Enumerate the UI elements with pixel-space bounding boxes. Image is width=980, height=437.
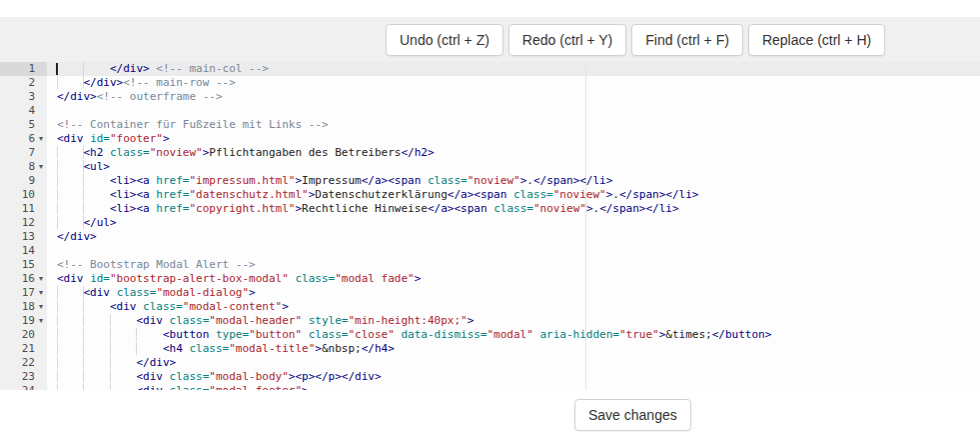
code-token-com: <!-- Bootstrap Modal Alert --> (57, 258, 256, 271)
code-token-tag: <div (57, 272, 90, 285)
code-token-attr: type= (216, 328, 249, 341)
code-token-attr: href= (156, 188, 189, 201)
code-token-str: "modal-title" (229, 342, 315, 355)
gutter-cell: 9 (0, 174, 47, 188)
fold-toggle-icon[interactable]: ▾ (35, 272, 47, 286)
code-line[interactable] (47, 244, 980, 258)
code-line[interactable]: <li><a href="copyright.html">Rechtliche … (47, 202, 980, 216)
code-token-tag: </span></li> (533, 174, 612, 187)
code-token-tag: <li><a (110, 174, 156, 187)
code-token-attr: id= (90, 132, 110, 145)
line-number: 11 (0, 202, 35, 216)
line-number: 6 (0, 132, 35, 146)
code-token-tag: </span></li> (619, 188, 698, 201)
code-token-tag: </div> (57, 90, 97, 103)
code-line[interactable]: <!-- Bootstrap Modal Alert --> (47, 258, 980, 272)
code-token-str: "noview" (553, 188, 606, 201)
line-number: 13 (0, 230, 35, 244)
code-token-attr: class= (143, 300, 183, 313)
code-line[interactable]: <div class="modal-footer"> (47, 384, 980, 390)
find-button[interactable]: Find (ctrl + F) (631, 24, 743, 56)
gutter-cell: 12 (0, 216, 47, 230)
gutter-cell: 23 (0, 370, 47, 384)
fold-toggle-icon[interactable]: ▾ (35, 132, 47, 146)
line-number: 21 (0, 342, 35, 356)
code-token-attr: href= (156, 202, 189, 215)
code-token-attr: class= (110, 146, 150, 159)
code-line[interactable]: <div class="modal-body"><p></p></div> (47, 370, 980, 384)
gutter-cell: 7 (0, 146, 47, 160)
code-token-str: "modal-footer" (209, 384, 302, 390)
fold-toggle-icon[interactable]: ▾ (35, 286, 47, 300)
editor-toolbar: Undo (ctrl + Z) Redo (ctrl + Y) Find (ct… (0, 17, 980, 62)
code-line[interactable]: </div> (47, 356, 980, 370)
code-token-tag: <div (84, 286, 117, 299)
fold-toggle-icon[interactable]: ▾ (35, 300, 47, 314)
code-token-str: "modal" (488, 328, 533, 341)
code-token-tag: > (302, 384, 309, 390)
code-token-attr: class= (513, 188, 553, 201)
code-line[interactable]: <div id="bootstrap-alert-box-modal" clas… (47, 272, 980, 286)
line-number: 14 (0, 244, 35, 258)
code-token-tag: </h4> (362, 342, 395, 355)
code-line[interactable]: <li><a href="impressum.html">Impressum</… (47, 174, 980, 188)
code-editor[interactable]: </div> <!-- main-col --> </div><!-- main… (0, 62, 980, 390)
code-token-tag: </ul> (84, 216, 117, 229)
line-number: 22 (0, 356, 35, 370)
gutter-cell: 1 (0, 62, 47, 76)
code-token-str: "impressum.html" (189, 174, 295, 187)
indent-guides (57, 146, 84, 159)
line-number: 3 (0, 90, 35, 104)
code-line[interactable]: <button type="button" class="close" data… (47, 328, 980, 342)
gutter-cell: 10 (0, 188, 47, 202)
indent-guides (57, 188, 110, 201)
line-number: 1 (0, 62, 35, 76)
code-token-txt: Pflichtangaben des Betreibers (209, 146, 401, 159)
code-token-attr: class= (170, 384, 210, 390)
code-token-tag: <div (136, 314, 169, 327)
code-token-txt: . (612, 188, 619, 201)
code-line[interactable]: </div><!-- main-row --> (47, 76, 980, 90)
code-line[interactable]: </div> (47, 230, 980, 244)
gutter-cell: 16▾ (0, 272, 47, 286)
code-line[interactable]: </ul> (47, 216, 980, 230)
fold-toggle-icon[interactable]: ▾ (35, 160, 47, 174)
code-line[interactable]: <div class="modal-dialog"> (47, 286, 980, 300)
indent-guides (57, 76, 84, 89)
redo-button[interactable]: Redo (ctrl + Y) (508, 24, 626, 56)
line-number: 8 (0, 160, 35, 174)
code-token-tag: </a><span (448, 188, 513, 201)
code-token-attr: class= (493, 202, 533, 215)
code-line[interactable]: <ul> (47, 160, 980, 174)
code-line[interactable]: </div><!-- outerframe --> (47, 90, 980, 104)
code-token-str: "modal-dialog" (156, 286, 249, 299)
indent-guides (57, 216, 84, 229)
code-line[interactable]: <!-- Container für Fußzeile mit Links --… (47, 118, 980, 132)
code-token-str: "close" (348, 328, 394, 341)
code-token-str: "copyright.html" (189, 202, 295, 215)
code-line[interactable] (47, 104, 980, 118)
fold-toggle-icon[interactable]: ▾ (35, 314, 47, 328)
code-line[interactable]: <li><a href="datenschutz.html">Datenschu… (47, 188, 980, 202)
code-token-str: "noview" (150, 146, 203, 159)
line-number: 10 (0, 188, 35, 202)
code-line[interactable]: <div id="footer"> (47, 132, 980, 146)
gutter-cell: 5 (0, 118, 47, 132)
code-token-tag: <h4 (163, 342, 190, 355)
code-area[interactable]: </div> <!-- main-col --> </div><!-- main… (47, 62, 980, 390)
gutter-cell: 21 (0, 342, 47, 356)
undo-button[interactable]: Undo (ctrl + Z) (386, 24, 503, 56)
line-number: 19 (0, 314, 35, 328)
gutter-cell: 8▾ (0, 160, 47, 174)
indent-guides (57, 342, 163, 355)
save-button[interactable]: Save changes (574, 399, 691, 431)
code-line[interactable]: <div class="modal-header" style="min-hei… (47, 314, 980, 328)
code-line[interactable]: <div class="modal-content"> (47, 300, 980, 314)
code-token-tag: <ul> (84, 160, 111, 173)
code-line[interactable]: <h4 class="modal-title">&nbsp;</h4> (47, 342, 980, 356)
code-line[interactable]: </div> <!-- main-col --> (47, 62, 980, 76)
gutter-cell: 6▾ (0, 132, 47, 146)
code-line[interactable]: <h2 class="noview">Pflichtangaben des Be… (47, 146, 980, 160)
replace-button[interactable]: Replace (ctrl + H) (748, 24, 885, 56)
code-token-tag: <button (163, 328, 216, 341)
